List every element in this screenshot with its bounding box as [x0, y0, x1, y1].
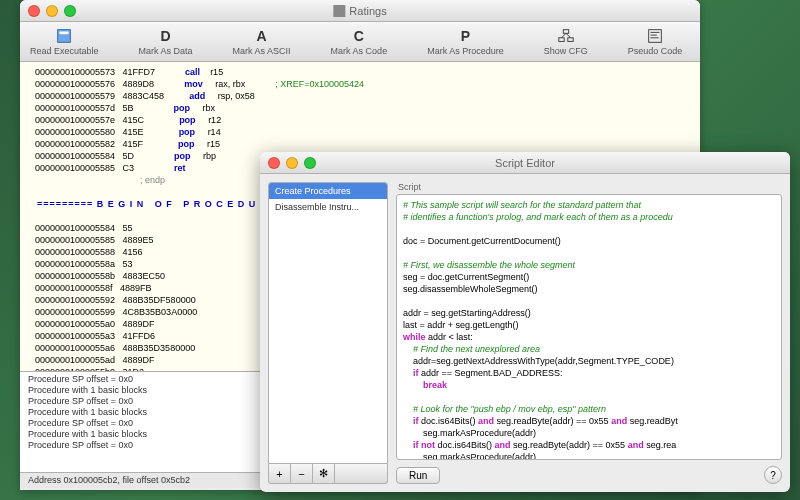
main-titlebar[interactable]: Ratings: [20, 0, 700, 22]
svg-rect-2: [563, 29, 568, 33]
minimize-icon[interactable]: [286, 157, 298, 169]
disasm-line[interactable]: 0000000100005576 4889D8 mov rax, rbx ; X…: [30, 78, 690, 90]
code-line[interactable]: seg.markAsProcedure(addr): [403, 427, 775, 439]
mark-ascii-icon: A: [252, 28, 272, 44]
script-editor-window: Script Editor Create Procedures Disassem…: [260, 152, 790, 492]
svg-rect-4: [567, 37, 572, 41]
mark-data-icon: D: [156, 28, 176, 44]
code-line[interactable]: addr=seg.getNextAddressWithType(addr,Seg…: [403, 355, 775, 367]
mark-as-data-button[interactable]: D Mark As Data: [139, 28, 193, 56]
svg-line-5: [561, 33, 566, 38]
script-code-editor[interactable]: # This sample script will search for the…: [396, 194, 782, 460]
tool-label: Mark As Data: [139, 46, 193, 56]
script-bottom-bar: Run ?: [396, 466, 782, 484]
code-line[interactable]: doc = Document.getCurrentDocument(): [403, 235, 775, 247]
tool-label: Pseudo Code: [628, 46, 683, 56]
tool-label: Mark As Code: [331, 46, 388, 56]
script-label: Script: [396, 182, 782, 192]
script-window-title: Script Editor: [495, 157, 555, 169]
pseudo-code-icon: [645, 28, 665, 44]
script-right-panel: Script # This sample script will search …: [396, 182, 782, 484]
gear-icon[interactable]: ✻: [313, 464, 335, 483]
script-window-title-text: Script Editor: [495, 157, 555, 169]
help-button[interactable]: ?: [764, 466, 782, 484]
code-line[interactable]: last = addr + seg.getLength(): [403, 319, 775, 331]
minimize-icon[interactable]: [46, 5, 58, 17]
disasm-line[interactable]: 0000000100005580 415E pop r14: [30, 126, 690, 138]
code-line[interactable]: while addr < last:: [403, 331, 775, 343]
pseudo-code-button[interactable]: Pseudo Code: [628, 28, 683, 56]
code-line[interactable]: seg.disassembleWholeSegment(): [403, 283, 775, 295]
list-item[interactable]: Create Procedures: [269, 183, 387, 199]
window-title-text: Ratings: [349, 5, 386, 17]
add-button[interactable]: +: [269, 464, 291, 483]
document-icon: [333, 5, 345, 17]
script-content: Create Procedures Disassemble Instru... …: [260, 174, 790, 492]
code-line[interactable]: break: [403, 379, 775, 391]
svg-rect-7: [649, 29, 662, 42]
mark-code-icon: C: [349, 28, 369, 44]
svg-rect-1: [60, 31, 69, 34]
show-cfg-button[interactable]: Show CFG: [544, 28, 588, 56]
svg-line-6: [566, 33, 571, 38]
tool-label: Mark As Procedure: [427, 46, 504, 56]
mark-as-ascii-button[interactable]: A Mark As ASCII: [233, 28, 291, 56]
close-icon[interactable]: [28, 5, 40, 17]
window-title: Ratings: [333, 5, 386, 17]
mark-procedure-icon: P: [455, 28, 475, 44]
tool-label: Mark As ASCII: [233, 46, 291, 56]
tool-label: Read Executable: [30, 46, 99, 56]
script-list-toolbar: + − ✻: [268, 464, 388, 484]
zoom-icon[interactable]: [64, 5, 76, 17]
run-button[interactable]: Run: [396, 467, 440, 484]
traffic-lights: [260, 157, 316, 169]
code-line[interactable]: # identifies a function's prolog, and ma…: [403, 211, 775, 223]
code-line[interactable]: # Find the next unexplored area: [403, 343, 775, 355]
mark-as-code-button[interactable]: C Mark As Code: [331, 28, 388, 56]
code-line[interactable]: [403, 223, 775, 235]
mark-as-procedure-button[interactable]: P Mark As Procedure: [427, 28, 504, 56]
status-text: Address 0x100005cb2, file offset 0x5cb2: [28, 475, 190, 485]
disasm-line[interactable]: 000000010000557d 5B pop rbx: [30, 102, 690, 114]
main-toolbar: Read Executable D Mark As Data A Mark As…: [20, 22, 700, 62]
remove-button[interactable]: −: [291, 464, 313, 483]
code-line[interactable]: if not doc.is64Bits() and seg.readByte(a…: [403, 439, 775, 451]
cfg-icon: [556, 28, 576, 44]
code-line[interactable]: if doc.is64Bits() and seg.readByte(addr)…: [403, 415, 775, 427]
disasm-line[interactable]: 0000000100005579 4883C458 add rsp, 0x58: [30, 90, 690, 102]
tool-label: Show CFG: [544, 46, 588, 56]
script-titlebar[interactable]: Script Editor: [260, 152, 790, 174]
disasm-line[interactable]: 0000000100005582 415F pop r15: [30, 138, 690, 150]
script-list[interactable]: Create Procedures Disassemble Instru...: [268, 182, 388, 464]
code-line[interactable]: # This sample script will search for the…: [403, 199, 775, 211]
code-line[interactable]: [403, 391, 775, 403]
list-item[interactable]: Disassemble Instru...: [269, 199, 387, 215]
traffic-lights: [20, 5, 76, 17]
svg-rect-3: [558, 37, 563, 41]
code-line[interactable]: if addr == Segment.BAD_ADDRESS:: [403, 367, 775, 379]
code-line[interactable]: seg.markAsProcedure(addr): [403, 451, 775, 460]
code-line[interactable]: seg = doc.getCurrentSegment(): [403, 271, 775, 283]
code-line[interactable]: # Look for the "push ebp / mov ebp, esp"…: [403, 403, 775, 415]
read-executable-icon: [54, 28, 74, 44]
code-line[interactable]: # First, we disassemble the whole segmen…: [403, 259, 775, 271]
close-icon[interactable]: [268, 157, 280, 169]
code-line[interactable]: [403, 247, 775, 259]
read-executable-button[interactable]: Read Executable: [30, 28, 99, 56]
code-line[interactable]: [403, 295, 775, 307]
script-sidebar: Create Procedures Disassemble Instru... …: [268, 182, 388, 484]
disasm-line[interactable]: 0000000100005573 41FFD7 call r15: [30, 66, 690, 78]
code-line[interactable]: addr = seg.getStartingAddress(): [403, 307, 775, 319]
disasm-line[interactable]: 000000010000557e 415C pop r12: [30, 114, 690, 126]
zoom-icon[interactable]: [304, 157, 316, 169]
